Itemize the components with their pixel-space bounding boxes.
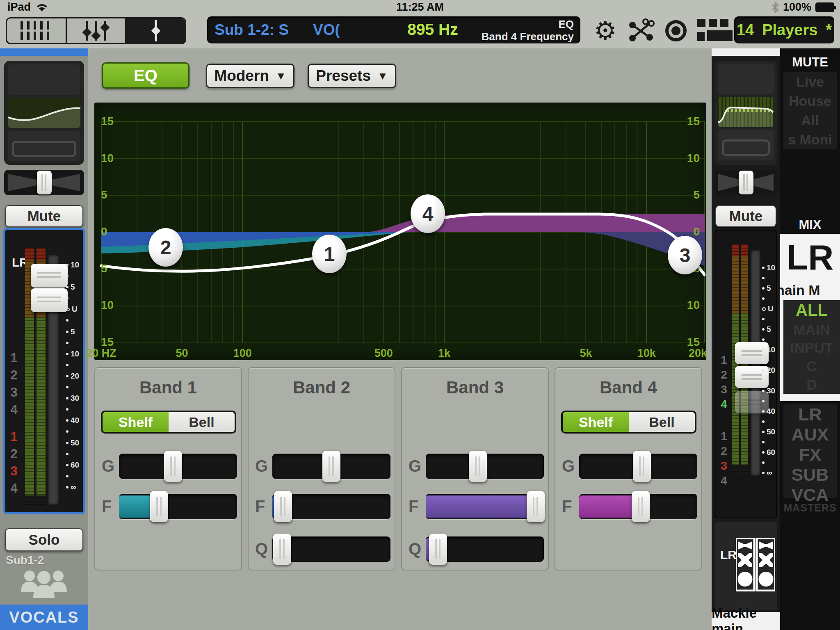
channel-view-button-active[interactable]	[126, 18, 185, 43]
band1-freq-slider[interactable]	[119, 494, 237, 519]
mix-type-item[interactable]: SUB	[792, 465, 829, 485]
master-pan-control[interactable]	[714, 170, 777, 195]
x-tick-label: 1k	[438, 347, 450, 360]
meter-bridge-icon[interactable]	[697, 19, 733, 43]
bell-option[interactable]: Bell	[169, 412, 235, 432]
pan-knob[interactable]	[739, 171, 753, 194]
master-mute-button[interactable]: Mute	[715, 205, 776, 227]
band2-q-slider[interactable]	[272, 536, 390, 562]
output-device-tile[interactable]: LR	[714, 522, 777, 610]
shelf-option[interactable]: Shelf	[103, 412, 169, 432]
mute-button[interactable]: Mute	[5, 205, 83, 227]
y-tick-label: 5	[101, 189, 114, 201]
solo-button[interactable]: Solo	[5, 528, 83, 551]
slider-knob[interactable]	[527, 491, 545, 522]
slider-knob[interactable]	[322, 451, 340, 482]
view-filter-item[interactable]: MAIN	[793, 322, 830, 338]
scale-mark: 30	[66, 396, 79, 400]
assign-number: 2	[721, 368, 727, 381]
comp-tile[interactable]	[8, 131, 80, 161]
band1-shelf-bell-toggle[interactable]: Shelf Bell	[101, 411, 236, 434]
scale-mark	[66, 452, 79, 456]
chevron-down-icon: ▼	[377, 70, 388, 82]
mix-type-item[interactable]: LR	[798, 404, 822, 425]
output-bus-label: LR	[720, 548, 737, 562]
slider-knob[interactable]	[429, 534, 447, 565]
y-tick-label: 10	[687, 299, 700, 311]
record-icon[interactable]	[665, 20, 687, 41]
band1-gain-slider[interactable]	[119, 454, 237, 479]
pan-knob[interactable]	[37, 171, 52, 194]
mute-group-item[interactable]: s Moni	[788, 132, 832, 148]
band2-gain-slider[interactable]	[272, 454, 390, 479]
eq-mode-dropdown[interactable]: Modern▼	[206, 64, 294, 88]
settings-gear-icon[interactable]: ⚙	[594, 18, 617, 43]
mute-group-item[interactable]: Live	[796, 74, 824, 90]
view-filter-item[interactable]: C	[806, 358, 817, 374]
scale-mark	[66, 274, 79, 278]
geq-thumbnail[interactable]	[718, 97, 774, 127]
mixer-view-button[interactable]	[67, 18, 127, 43]
band3-freq-slider[interactable]	[426, 494, 544, 519]
band3-gain-slider[interactable]	[426, 454, 544, 479]
x-tick-label: 20k	[689, 347, 707, 360]
slider-knob[interactable]	[150, 491, 168, 522]
slider-knob[interactable]	[632, 491, 650, 522]
slider-knob[interactable]	[274, 491, 292, 522]
scale-mark: 50	[66, 441, 79, 445]
pan-control[interactable]	[4, 170, 84, 195]
mute-group-item[interactable]: All	[801, 112, 819, 128]
slider-knob[interactable]	[164, 451, 182, 482]
fader-cap-2[interactable]	[31, 288, 68, 312]
gate-tile[interactable]	[8, 64, 80, 95]
eq-enable-button[interactable]: EQ	[102, 62, 189, 89]
assign-number: 4	[721, 398, 727, 411]
mute-group-numbers: 1234	[718, 430, 730, 487]
masters-label[interactable]: MASTERS	[780, 502, 840, 514]
view-filter-item[interactable]: D	[806, 377, 817, 393]
mix-type-item[interactable]: FX	[799, 445, 822, 465]
eq-handle-band3[interactable]: 3	[668, 236, 702, 274]
eq-handle-band1[interactable]: 1	[312, 235, 347, 273]
band4-freq-slider[interactable]	[579, 494, 697, 519]
routing-patch-icon[interactable]	[628, 18, 655, 44]
parameter-display[interactable]: Sub 1-2: S VO( 895 Hz EQ Band 4 Frequenc…	[207, 16, 580, 43]
y-tick-label: 5	[101, 263, 114, 274]
view-filter-item[interactable]: ALL	[796, 301, 828, 320]
mute-group-number: 2	[10, 447, 17, 461]
channels-view-button[interactable]	[7, 18, 67, 43]
slider-knob[interactable]	[273, 534, 291, 565]
mute-group-item[interactable]: House	[789, 93, 831, 109]
bell-option[interactable]: Bell	[629, 412, 695, 432]
presets-dropdown[interactable]: Presets▼	[308, 64, 396, 88]
band-title: Band 2	[249, 378, 395, 397]
mute-group-number: 4	[721, 474, 727, 487]
band3-q-slider[interactable]	[426, 536, 544, 562]
band4-shelf-bell-toggle[interactable]: Shelf Bell	[561, 411, 696, 434]
scale-mark	[66, 318, 79, 322]
shelf-option[interactable]: Shelf	[563, 412, 629, 432]
master-gate-tile[interactable]	[718, 64, 774, 94]
view-filter-item[interactable]: INPUT	[790, 340, 833, 356]
group-name-bar[interactable]: VOCALS	[0, 605, 88, 630]
master-comp-tile[interactable]	[718, 130, 774, 160]
eq-handle-band4[interactable]: 4	[411, 194, 445, 233]
faders-icon	[80, 19, 112, 42]
fader-cap-1[interactable]	[31, 264, 68, 288]
band-title: Band 4	[555, 378, 701, 397]
eq-graph[interactable]: 15105051015 15105051015 20 HZ501005001k5…	[94, 103, 706, 360]
band4-gain-slider[interactable]	[579, 454, 697, 479]
master-name-bar[interactable]: Mackie main	[712, 612, 780, 630]
slider-knob[interactable]	[633, 451, 651, 482]
mix-type-item[interactable]: AUX	[792, 425, 829, 445]
scale-mark: 10	[762, 348, 775, 352]
band2-freq-slider[interactable]	[272, 494, 390, 519]
group-people-icon[interactable]	[17, 567, 71, 601]
slider-knob[interactable]	[469, 451, 487, 482]
scale-mark	[762, 276, 775, 280]
eq-thumbnail[interactable]	[8, 98, 80, 128]
assign-number: 4	[10, 402, 17, 417]
players-button[interactable]: 14 Players *	[734, 16, 834, 43]
eq-handle-band2[interactable]: 2	[148, 228, 183, 267]
y-tick-label: 5	[687, 189, 700, 201]
